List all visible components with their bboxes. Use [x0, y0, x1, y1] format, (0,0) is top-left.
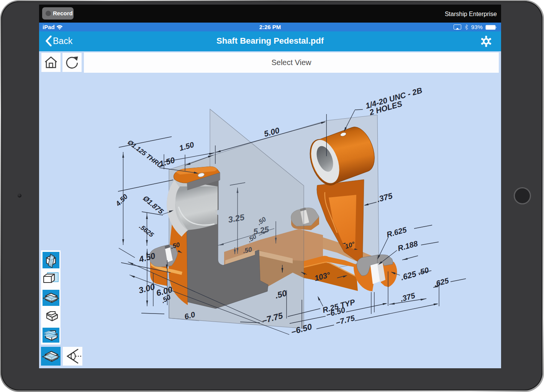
svg-text:R.625: R.625: [386, 225, 408, 238]
svg-text:4.50: 4.50: [114, 193, 129, 208]
svg-text:.375: .375: [376, 191, 393, 204]
svg-text:.50: .50: [417, 266, 430, 276]
svg-text:1.50: 1.50: [178, 140, 195, 152]
svg-text:.625: .625: [400, 269, 417, 282]
svg-text:.5625: .5625: [138, 223, 156, 238]
svg-text:R.188: R.188: [397, 239, 419, 252]
svg-text:Ø1.125 THRU: Ø1.125 THRU: [126, 139, 164, 169]
